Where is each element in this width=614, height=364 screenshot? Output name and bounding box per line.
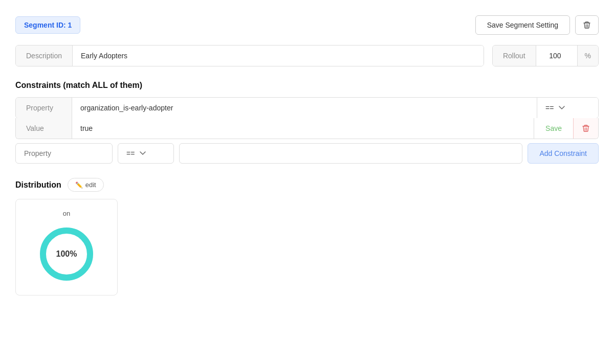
description-label: Description: [16, 46, 73, 66]
meta-row: Description Rollout %: [15, 45, 599, 66]
rollout-label: Rollout: [493, 46, 536, 66]
pencil-icon: ✏️: [75, 181, 83, 189]
save-constraint-button[interactable]: Save: [534, 118, 573, 139]
distribution-card: on 100%: [15, 199, 118, 295]
header-row: Segment ID: 1 Save Segment Setting: [15, 15, 599, 35]
constraint-value-row: Value Save: [15, 118, 599, 139]
constraint-property-row: Property ==: [15, 97, 599, 119]
constraint-item: Property == Value Save: [15, 97, 599, 139]
delete-segment-button[interactable]: [575, 15, 599, 35]
distribution-title: Distribution: [15, 180, 61, 190]
description-input[interactable]: [73, 46, 484, 66]
rollout-input[interactable]: [536, 46, 577, 66]
constraints-title: Constraints (match ALL of them): [15, 81, 599, 90]
add-constraint-button[interactable]: Add Constraint: [528, 143, 599, 164]
rollout-unit: %: [577, 46, 598, 66]
rollout-field: Rollout %: [492, 45, 599, 66]
description-field: Description: [15, 45, 484, 66]
distribution-header: Distribution ✏️ edit: [15, 178, 599, 192]
property-input[interactable]: [72, 98, 537, 118]
property-label: Property: [16, 98, 72, 118]
new-value-input[interactable]: [179, 143, 522, 164]
constraints-section: Constraints (match ALL of them) Property…: [15, 81, 599, 164]
chevron-down-icon: [140, 151, 146, 155]
new-operator-dropdown[interactable]: ==: [118, 143, 174, 164]
donut-percentage: 100%: [56, 249, 77, 259]
trash-icon: [583, 21, 591, 29]
new-property-input[interactable]: [15, 143, 113, 164]
trash-icon: [582, 124, 590, 132]
edit-label: edit: [85, 181, 96, 189]
chevron-down-icon: [559, 106, 565, 110]
header-actions: Save Segment Setting: [475, 15, 599, 35]
distribution-section: Distribution ✏️ edit on 100%: [15, 178, 599, 295]
segment-id-value: 1: [68, 21, 72, 29]
operator-value: ==: [545, 104, 554, 112]
new-operator-value: ==: [126, 149, 135, 157]
save-segment-button[interactable]: Save Segment Setting: [475, 15, 570, 35]
segment-id-badge: Segment ID: 1: [15, 16, 80, 34]
segment-id-prefix: Segment ID:: [24, 21, 66, 29]
operator-dropdown[interactable]: ==: [537, 98, 598, 118]
new-constraint-row: == Add Constraint: [15, 143, 599, 164]
distribution-on-label: on: [63, 210, 70, 217]
value-label: Value: [16, 118, 72, 139]
delete-constraint-button[interactable]: [573, 118, 598, 139]
value-input[interactable]: [72, 118, 534, 139]
donut-chart: 100%: [36, 223, 97, 285]
edit-distribution-button[interactable]: ✏️ edit: [68, 178, 104, 192]
